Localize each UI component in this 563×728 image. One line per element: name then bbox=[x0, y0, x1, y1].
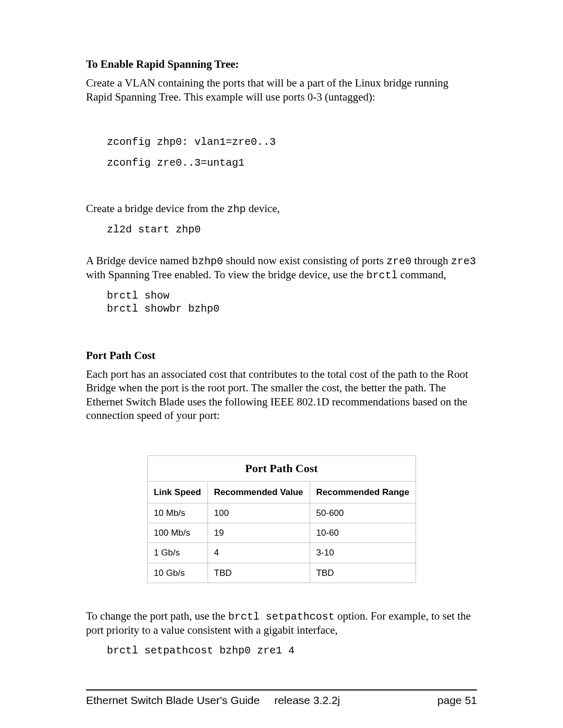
text-run: should now exist consisting of ports bbox=[223, 254, 386, 267]
code-line: brctl showbr bzhp0 bbox=[107, 303, 219, 315]
inline-code: brctl bbox=[366, 269, 398, 281]
paragraph: Create a VLAN containing the ports that … bbox=[86, 76, 477, 104]
code-line: brctl setpathcost bzhp0 zre1 4 bbox=[107, 645, 295, 657]
cell: 10 Gb/s bbox=[147, 563, 207, 583]
inline-code: zhp bbox=[227, 203, 246, 215]
paragraph: To change the port path, use the brctl s… bbox=[86, 609, 477, 637]
paragraph: A Bridge device named bzhp0 should now e… bbox=[86, 254, 477, 282]
col-header-rec-value: Recommended Value bbox=[207, 481, 310, 503]
cell: TBD bbox=[207, 563, 310, 583]
spacer bbox=[86, 111, 477, 132]
footer-line: Ethernet Switch Blade User's Guide relea… bbox=[86, 694, 477, 707]
cell: 100 bbox=[207, 503, 310, 523]
code-block-brctl: brctl show brctl showbr bzhp0 bbox=[86, 289, 477, 315]
table-caption: Port Path Cost bbox=[147, 456, 415, 482]
port-path-cost-table: Port Path Cost Link Speed Recommended Va… bbox=[147, 455, 416, 583]
heading-enable-rstp: To Enable Rapid Spanning Tree: bbox=[86, 57, 477, 71]
cell: 19 bbox=[207, 523, 310, 543]
paragraph: Create a bridge device from the zhp devi… bbox=[86, 202, 477, 216]
paragraph: Each port has an associated cost that co… bbox=[86, 367, 477, 422]
table-row: 1 Gb/s 4 3-10 bbox=[147, 543, 415, 563]
spacer bbox=[86, 429, 477, 440]
table-caption-row: Port Path Cost bbox=[147, 456, 415, 482]
table-container: Port Path Cost Link Speed Recommended Va… bbox=[86, 455, 477, 583]
text-run: with Spanning Tree enabled. To view the … bbox=[86, 268, 366, 281]
cell: 10-60 bbox=[310, 523, 416, 543]
inline-code: bzhp0 bbox=[192, 255, 223, 267]
footer-doc-title: Ethernet Switch Blade User's Guide bbox=[86, 694, 260, 707]
text-run: Create a bridge device from the bbox=[86, 202, 227, 215]
table-row: 10 Gb/s TBD TBD bbox=[147, 563, 415, 583]
cell: 3-10 bbox=[310, 543, 416, 563]
table-header-row: Link Speed Recommended Value Recommended… bbox=[147, 481, 415, 503]
table-row: 10 Mb/s 100 50-600 bbox=[147, 503, 415, 523]
spacer bbox=[86, 181, 477, 202]
spacer bbox=[86, 243, 477, 254]
code-block-zl2d: zl2d start zhp0 bbox=[86, 223, 477, 236]
cell: TBD bbox=[310, 563, 416, 583]
cell: 50-600 bbox=[310, 503, 416, 523]
cell: 100 Mb/s bbox=[147, 523, 207, 543]
table-row: 100 Mb/s 19 10-60 bbox=[147, 523, 415, 543]
text-run: through bbox=[411, 254, 451, 267]
document-page: To Enable Rapid Spanning Tree: Create a … bbox=[0, 0, 563, 728]
page-footer: Ethernet Switch Blade User's Guide relea… bbox=[86, 689, 477, 707]
inline-code: zre0 bbox=[386, 255, 411, 267]
code-line: zl2d start zhp0 bbox=[107, 224, 201, 236]
inline-code: brctl setpathcost bbox=[228, 611, 335, 623]
cell: 10 Mb/s bbox=[147, 503, 207, 523]
cell: 1 Gb/s bbox=[147, 543, 207, 563]
text-run: command, bbox=[398, 268, 446, 281]
heading-port-path-cost: Port Path Cost bbox=[86, 349, 477, 362]
text-run: A Bridge device named bbox=[86, 254, 192, 267]
code-block-setpathcost: brctl setpathcost bzhp0 zre1 4 bbox=[86, 644, 477, 657]
footer-rule bbox=[86, 689, 477, 690]
spacer bbox=[86, 599, 477, 609]
spacer bbox=[86, 323, 477, 349]
footer-release: release 3.2.2j bbox=[274, 694, 340, 707]
inline-code: zre3 bbox=[451, 255, 476, 267]
text-run: To change the port path, use the bbox=[86, 610, 228, 622]
code-block-zconfig: zconfig zhp0: vlan1=zre0..3 zconfig zre0… bbox=[86, 132, 477, 174]
col-header-rec-range: Recommended Range bbox=[310, 481, 416, 503]
footer-page-number: page 51 bbox=[437, 694, 477, 707]
code-line: zconfig zre0..3=untag1 bbox=[107, 157, 244, 169]
cell: 4 bbox=[207, 543, 310, 563]
col-header-link-speed: Link Speed bbox=[147, 481, 207, 503]
code-line: brctl show bbox=[107, 290, 169, 302]
text-run: device, bbox=[246, 202, 280, 215]
code-line: zconfig zhp0: vlan1=zre0..3 bbox=[107, 136, 276, 148]
